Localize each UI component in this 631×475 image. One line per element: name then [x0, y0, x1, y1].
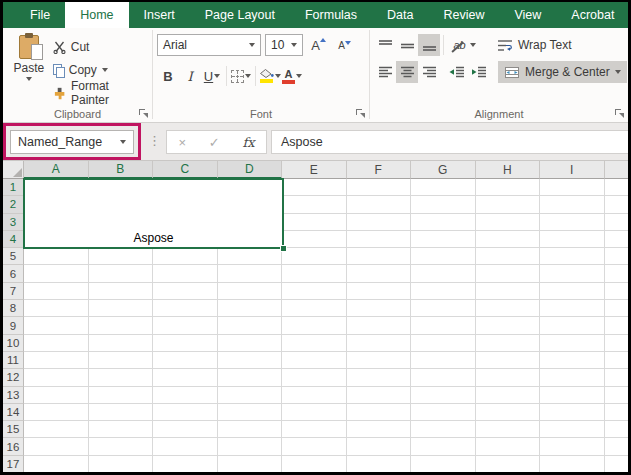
cell-c7[interactable]	[153, 283, 218, 300]
cell-a12[interactable]	[24, 369, 89, 386]
cell-f12[interactable]	[347, 369, 412, 386]
formula-bar-input[interactable]: Aspose	[271, 130, 628, 154]
cell-e8[interactable]	[282, 300, 347, 317]
center-button[interactable]	[396, 61, 418, 83]
cell-e17[interactable]	[282, 456, 347, 472]
cell-d9[interactable]	[218, 317, 283, 334]
cell-h6[interactable]	[476, 265, 541, 282]
cell-a13[interactable]	[24, 387, 89, 404]
cell-h12[interactable]	[476, 369, 541, 386]
clipboard-dialog-launcher-icon[interactable]	[139, 109, 148, 118]
cell-i13[interactable]	[540, 387, 605, 404]
tab-insert[interactable]: Insert	[129, 2, 190, 28]
cell-c8[interactable]	[153, 300, 218, 317]
cell-i8[interactable]	[540, 300, 605, 317]
merge-and-center-button[interactable]: Merge & Center	[498, 61, 627, 83]
cell-i10[interactable]	[540, 335, 605, 352]
cell-i12[interactable]	[540, 369, 605, 386]
cell-d10[interactable]	[218, 335, 283, 352]
paste-button[interactable]: Paste	[7, 31, 51, 106]
font-name-combobox[interactable]: Arial	[157, 34, 261, 56]
cell-i11[interactable]	[540, 352, 605, 369]
font-size-combobox[interactable]: 10	[265, 34, 303, 56]
cell-g15[interactable]	[411, 421, 476, 438]
cell-h10[interactable]	[476, 335, 541, 352]
cell-c16[interactable]	[153, 438, 218, 455]
select-all-button[interactable]	[3, 161, 24, 179]
tab-page-layout[interactable]: Page Layout	[190, 2, 290, 28]
font-dialog-launcher-icon[interactable]	[356, 109, 365, 118]
cell-e13[interactable]	[282, 387, 347, 404]
cell-g11[interactable]	[411, 352, 476, 369]
row-header-17[interactable]: 17	[3, 456, 24, 472]
row-header-14[interactable]: 14	[3, 404, 24, 421]
cell-e3[interactable]	[282, 214, 347, 231]
cell-h9[interactable]	[476, 317, 541, 334]
increase-indent-button[interactable]	[468, 61, 490, 83]
enter-icon[interactable]: ✓	[209, 135, 220, 150]
cell-g16[interactable]	[411, 438, 476, 455]
cell-h5[interactable]	[476, 248, 541, 265]
column-header-i[interactable]: I	[540, 161, 605, 179]
cell-a17[interactable]	[24, 456, 89, 472]
cell-g10[interactable]	[411, 335, 476, 352]
cut-button[interactable]: Cut	[51, 37, 148, 57]
cell-g14[interactable]	[411, 404, 476, 421]
cell-b15[interactable]	[89, 421, 154, 438]
cell-f6[interactable]	[347, 265, 412, 282]
cell-h15[interactable]	[476, 421, 541, 438]
tab-review[interactable]: Review	[428, 2, 499, 28]
row-header-8[interactable]: 8	[3, 300, 24, 317]
cell-i4[interactable]	[540, 231, 605, 248]
align-right-button[interactable]	[418, 61, 440, 83]
cell-d17[interactable]	[218, 456, 283, 472]
tab-data[interactable]: Data	[372, 2, 428, 28]
cell-d5[interactable]	[218, 248, 283, 265]
cell-g2[interactable]	[411, 196, 476, 213]
orientation-button[interactable]: ab	[447, 34, 479, 56]
underline-dropdown-icon[interactable]	[214, 74, 220, 78]
font-name-dropdown-icon[interactable]	[249, 43, 255, 47]
cell-h13[interactable]	[476, 387, 541, 404]
cell-d6[interactable]	[218, 265, 283, 282]
cell-c12[interactable]	[153, 369, 218, 386]
cell-g8[interactable]	[411, 300, 476, 317]
underline-button[interactable]: U	[201, 65, 223, 87]
cell-f2[interactable]	[347, 196, 412, 213]
cell-g12[interactable]	[411, 369, 476, 386]
row-header-3[interactable]: 3	[3, 214, 24, 231]
cell-a10[interactable]	[24, 335, 89, 352]
cell-e15[interactable]	[282, 421, 347, 438]
cell-f16[interactable]	[347, 438, 412, 455]
cell-i2[interactable]	[540, 196, 605, 213]
cell-e4[interactable]	[282, 231, 347, 248]
tab-file[interactable]: File	[15, 2, 65, 28]
column-header-g[interactable]: G	[411, 161, 476, 179]
row-header-5[interactable]: 5	[3, 248, 24, 265]
cell-c15[interactable]	[153, 421, 218, 438]
tab-formulas[interactable]: Formulas	[290, 2, 372, 28]
top-align-button[interactable]	[374, 34, 396, 56]
format-painter-button[interactable]: Format Painter	[51, 83, 148, 103]
row-header-6[interactable]: 6	[3, 265, 24, 282]
cell-d7[interactable]	[218, 283, 283, 300]
cell-f9[interactable]	[347, 317, 412, 334]
cell-g4[interactable]	[411, 231, 476, 248]
row-header-9[interactable]: 9	[3, 317, 24, 334]
cell-b8[interactable]	[89, 300, 154, 317]
cell-f17[interactable]	[347, 456, 412, 472]
align-left-button[interactable]	[374, 61, 396, 83]
cell-f3[interactable]	[347, 214, 412, 231]
cell-e9[interactable]	[282, 317, 347, 334]
cell-d14[interactable]	[218, 404, 283, 421]
column-header-c[interactable]: C	[153, 161, 218, 179]
cell-g1[interactable]	[411, 179, 476, 196]
column-header-d[interactable]: D	[218, 161, 283, 179]
cell-f13[interactable]	[347, 387, 412, 404]
cancel-icon[interactable]: ×	[178, 135, 186, 150]
cell-d15[interactable]	[218, 421, 283, 438]
cell-e7[interactable]	[282, 283, 347, 300]
cell-a8[interactable]	[24, 300, 89, 317]
cell-h14[interactable]	[476, 404, 541, 421]
row-header-12[interactable]: 12	[3, 369, 24, 386]
